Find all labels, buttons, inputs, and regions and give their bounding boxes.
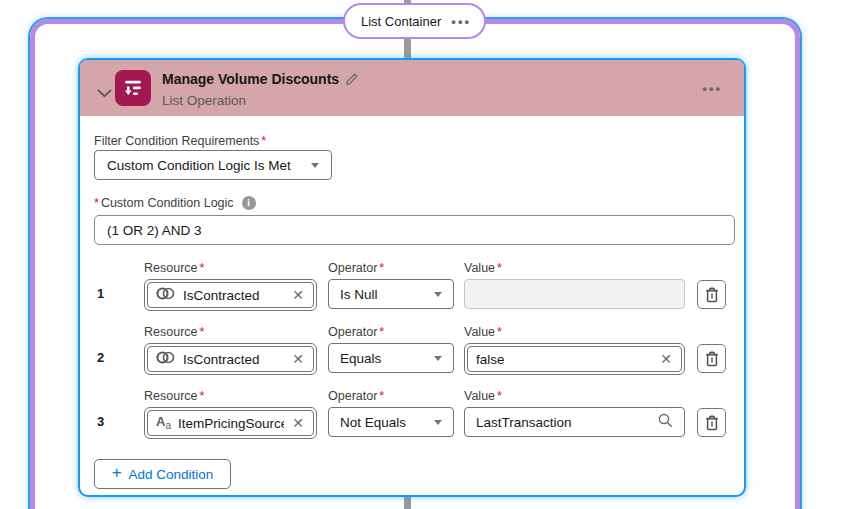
resource-combobox[interactable]: IsContracted ✕: [144, 279, 317, 311]
operator-label: Operator*: [328, 261, 454, 275]
operator-value: Not Equals: [340, 415, 406, 430]
custom-logic-input[interactable]: (1 OR 2) AND 3: [94, 215, 735, 245]
resource-label: Resource*: [144, 389, 317, 403]
chevron-down-icon: [434, 420, 442, 425]
node-subtitle: List Operation: [162, 93, 359, 108]
clear-icon[interactable]: ✕: [291, 415, 305, 431]
value-lookup-input[interactable]: LastTransaction: [464, 407, 685, 437]
value-label: Value*: [464, 325, 685, 339]
filter-requirements-select[interactable]: Custom Condition Logic Is Met: [94, 150, 332, 180]
operator-label: Operator*: [328, 325, 454, 339]
condition-row: 3 Resource* Aa ItemPricingSource ✕ Opera…: [80, 389, 744, 441]
filter-requirements-value: Custom Condition Logic Is Met: [107, 158, 291, 173]
operator-select[interactable]: Is Null: [328, 279, 454, 309]
condition-number: 1: [97, 286, 104, 301]
resource-label: Resource*: [144, 325, 317, 339]
resource-combobox[interactable]: IsContracted ✕: [144, 343, 317, 375]
variable-icon: [156, 351, 176, 367]
list-container-menu-icon[interactable]: •••: [451, 15, 471, 28]
add-condition-button[interactable]: + Add Condition: [94, 459, 231, 489]
delete-condition-button[interactable]: [697, 408, 726, 437]
resource-value: IsContracted: [183, 288, 284, 303]
plus-icon: +: [112, 463, 122, 483]
delete-condition-button[interactable]: [697, 344, 726, 373]
list-operation-icon: [115, 70, 151, 106]
operator-label: Operator*: [328, 389, 454, 403]
operator-value: Is Null: [340, 287, 378, 302]
condition-row: 1 Resource* IsContracted ✕ Operator* Is …: [80, 261, 744, 313]
info-icon[interactable]: i: [242, 196, 256, 210]
value-text: false: [476, 352, 652, 367]
operator-select[interactable]: Not Equals: [328, 407, 454, 437]
edit-pencil-icon[interactable]: [346, 71, 359, 89]
condition-number: 3: [97, 414, 104, 429]
clear-icon[interactable]: ✕: [291, 287, 305, 303]
value-combobox[interactable]: false ✕: [464, 343, 685, 375]
value-label: Value*: [464, 261, 685, 275]
custom-logic-value: (1 OR 2) AND 3: [107, 223, 202, 238]
search-icon[interactable]: [658, 413, 673, 431]
node-menu-icon[interactable]: •••: [702, 82, 722, 95]
condition-number: 2: [97, 350, 104, 365]
value-label: Value*: [464, 389, 685, 403]
operator-select[interactable]: Equals: [328, 343, 454, 373]
add-condition-label: Add Condition: [129, 467, 214, 482]
chevron-down-icon: [434, 356, 442, 361]
list-container-pill[interactable]: List Container •••: [343, 3, 486, 39]
list-operation-card: Manage Volume Discounts List Operation •…: [78, 58, 746, 497]
list-container-label: List Container: [361, 14, 441, 29]
value-input-disabled: [464, 279, 685, 309]
clear-icon[interactable]: ✕: [291, 351, 305, 367]
clear-icon[interactable]: ✕: [659, 351, 673, 367]
node-header: Manage Volume Discounts List Operation •…: [80, 60, 744, 116]
filter-requirements-label: Filter Condition Requirements*: [94, 134, 268, 148]
condition-row: 2 Resource* IsContracted ✕ Operator* Equ…: [80, 325, 744, 377]
variable-icon: [156, 287, 176, 303]
text-type-icon: Aa: [156, 415, 171, 431]
delete-condition-button[interactable]: [697, 280, 726, 309]
resource-combobox[interactable]: Aa ItemPricingSource ✕: [144, 407, 317, 439]
chevron-down-icon: [311, 163, 319, 168]
node-title: Manage Volume Discounts: [162, 71, 339, 87]
resource-value: IsContracted: [183, 352, 284, 367]
resource-value: ItemPricingSource: [178, 416, 284, 431]
operator-value: Equals: [340, 351, 381, 366]
resource-label: Resource*: [144, 261, 317, 275]
value-text: LastTransaction: [476, 415, 572, 430]
chevron-down-icon: [434, 292, 442, 297]
collapse-chevron-icon[interactable]: [97, 84, 112, 102]
custom-logic-label: *Custom Condition Logic i: [94, 196, 256, 210]
